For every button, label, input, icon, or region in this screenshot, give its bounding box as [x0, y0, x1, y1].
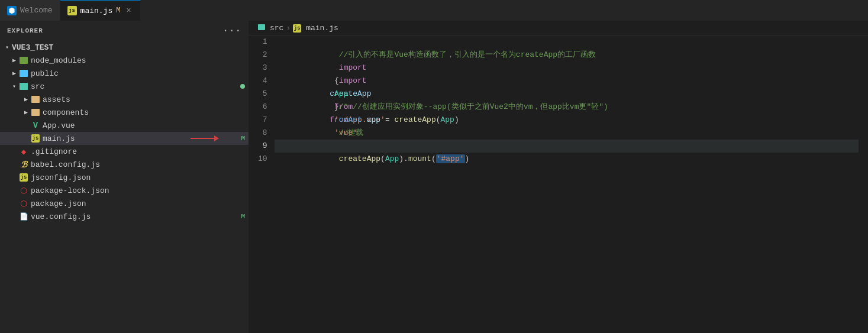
git-file-icon: ◆	[19, 147, 28, 156]
node-modules-label: node_modules	[31, 56, 249, 65]
code-line-8: app.mount('#app') */	[275, 127, 859, 140]
line-num-2: 2	[258, 49, 267, 62]
components-label: components	[43, 108, 249, 117]
line-num-8: 8	[258, 127, 267, 140]
breadcrumb: src › js main.js	[249, 21, 868, 35]
folder-src-icon	[19, 82, 28, 91]
breadcrumb-sep: ›	[286, 24, 291, 33]
explorer-title: EXPLORER	[7, 27, 43, 34]
tree-item-public[interactable]: ▶ public	[0, 67, 249, 80]
json-file-icon: js	[19, 173, 28, 182]
vscode-icon	[7, 6, 17, 15]
node-modules-arrow-icon: ▶	[9, 56, 19, 65]
line-num-4: 4	[258, 75, 267, 88]
code-line-7: //挂载	[275, 114, 859, 127]
tree-item-babel[interactable]: ℬ babel.config.js	[0, 158, 249, 171]
tree-item-src[interactable]: ▾ src	[0, 80, 249, 93]
tab-main-js-label: main.js	[80, 7, 113, 15]
code-line-10	[275, 153, 859, 166]
tree-root[interactable]: ▾ VUE3_TEST	[0, 41, 249, 54]
vue-config-icon: 📄	[19, 212, 28, 221]
folder-assets-icon	[31, 95, 40, 104]
code-line-3: import App from './App.vue'	[275, 62, 859, 75]
package-lock-label: package-lock.json	[31, 186, 249, 195]
tab-welcome-label: Welcome	[20, 6, 53, 15]
folder-public-icon	[19, 69, 28, 78]
assets-label: assets	[43, 95, 249, 104]
js-icon: js	[67, 6, 77, 15]
jsconfig-label: jsconfig.json	[31, 173, 249, 182]
tab-close-button[interactable]: ×	[124, 6, 133, 15]
tab-welcome[interactable]: Welcome	[0, 0, 60, 21]
sidebar: EXPLORER ··· ▾ VUE3_TEST ▶ node_modules …	[0, 21, 249, 333]
line-numbers: 1 2 3 4 5 6 7 8 9 10	[249, 35, 275, 333]
src-arrow-icon: ▾	[9, 82, 19, 91]
folder-components-icon	[31, 108, 40, 117]
root-arrow-icon: ▾	[2, 43, 12, 52]
public-label: public	[31, 69, 249, 78]
tree-item-app-vue[interactable]: V App.vue	[0, 119, 249, 132]
main-js-badge: M	[241, 135, 245, 142]
npm-icon: ⬡	[19, 199, 28, 208]
line-num-10: 10	[258, 153, 267, 166]
vue-config-label: vue.config.js	[31, 212, 241, 221]
js-file-icon: js	[31, 134, 40, 143]
npm-lock-icon: ⬡	[19, 186, 28, 195]
tab-main-js[interactable]: js main.js M ×	[60, 0, 141, 21]
code-line-4	[275, 75, 859, 88]
app-vue-label: App.vue	[43, 121, 249, 130]
vue-config-badge: M	[241, 213, 245, 220]
tree-item-vue-config[interactable]: 📄 vue.config.js M	[0, 210, 249, 223]
breadcrumb-js-icon: js	[293, 23, 304, 33]
tree-item-node-modules[interactable]: ▶ node_modules	[0, 54, 249, 67]
tree-item-main-js[interactable]: js main.js M	[0, 132, 249, 145]
vue-file-icon: V	[31, 121, 40, 130]
main-layout: EXPLORER ··· ▾ VUE3_TEST ▶ node_modules …	[0, 21, 868, 333]
editor-area: src › js main.js 1 2 3 4 5 6 7 8 9	[249, 21, 868, 333]
tree-item-package-json[interactable]: ⬡ package.json	[0, 197, 249, 210]
line-num-3: 3	[258, 62, 267, 75]
public-arrow-icon: ▶	[9, 69, 19, 78]
breadcrumb-src[interactable]: src	[270, 24, 283, 33]
line-num-9: 9	[258, 140, 267, 153]
babel-label: babel.config.js	[31, 160, 249, 169]
breadcrumb-src-icon	[258, 24, 267, 33]
tree-item-jsconfig[interactable]: js jsconfig.json	[0, 171, 249, 184]
code-line-2: import { createApp } from 'vue'	[275, 49, 859, 62]
src-label: src	[31, 82, 240, 91]
code-line-6: const app = createApp(App)	[275, 101, 859, 114]
code-editor[interactable]: 1 2 3 4 5 6 7 8 9 10 //引入的不再是Vue构造函数了，引入…	[249, 35, 868, 333]
code-lines[interactable]: //引入的不再是Vue构造函数了，引入的是一个名为createApp的工厂函数 …	[275, 35, 868, 333]
sidebar-header: EXPLORER ···	[0, 21, 249, 41]
src-modified-dot	[240, 84, 245, 89]
gitignore-label: .gitignore	[31, 147, 249, 156]
package-json-label: package.json	[31, 199, 249, 208]
tree-item-package-lock[interactable]: ⬡ package-lock.json	[0, 184, 249, 197]
code-line-5: /* //创建应用实例对象--app(类似于之前Vue2中的vm，但app比vm…	[275, 88, 859, 101]
line-num-1: 1	[258, 35, 267, 49]
line-num-5: 5	[258, 88, 267, 101]
components-arrow-icon: ▶	[21, 108, 31, 117]
tab-modified-badge: M	[116, 7, 120, 15]
folder-node-modules-icon	[19, 56, 28, 65]
sidebar-more-button[interactable]: ···	[222, 25, 241, 36]
code-line-9[interactable]: createApp(App).mount('#app')	[275, 140, 859, 153]
line-num-6: 6	[258, 101, 267, 114]
code-content: 1 2 3 4 5 6 7 8 9 10 //引入的不再是Vue构造函数了，引入…	[249, 35, 868, 333]
tree-item-components[interactable]: ▶ components	[0, 106, 249, 119]
code-line-1: //引入的不再是Vue构造函数了，引入的是一个名为createApp的工厂函数	[275, 35, 859, 49]
assets-arrow-icon: ▶	[21, 95, 31, 104]
babel-file-icon: ℬ	[19, 160, 28, 169]
line-num-7: 7	[258, 114, 267, 127]
tree-item-gitignore[interactable]: ◆ .gitignore	[0, 145, 249, 158]
file-tree: ▾ VUE3_TEST ▶ node_modules ▶ public	[0, 41, 249, 333]
root-label: VUE3_TEST	[12, 43, 249, 52]
tree-item-assets[interactable]: ▶ assets	[0, 93, 249, 106]
arrow-annotation	[191, 135, 219, 141]
tab-bar: Welcome js main.js M ×	[0, 0, 868, 21]
breadcrumb-file[interactable]: main.js	[306, 24, 338, 33]
